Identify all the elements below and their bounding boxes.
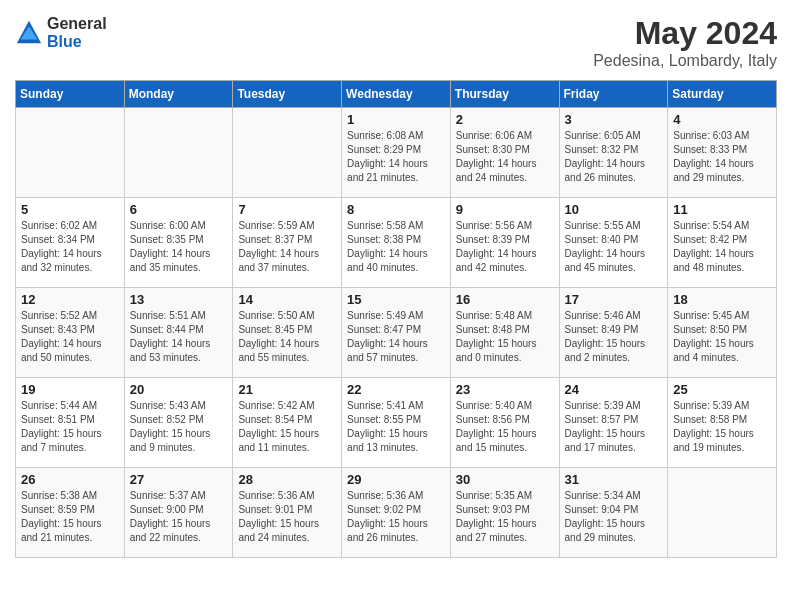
day-number: 23	[456, 382, 554, 397]
calendar-day-header: Thursday	[450, 81, 559, 108]
title-block: May 2024 Pedesina, Lombardy, Italy	[593, 15, 777, 70]
day-number: 29	[347, 472, 445, 487]
calendar-cell: 1Sunrise: 6:08 AM Sunset: 8:29 PM Daylig…	[342, 108, 451, 198]
location: Pedesina, Lombardy, Italy	[593, 52, 777, 70]
calendar-week-row: 5Sunrise: 6:02 AM Sunset: 8:34 PM Daylig…	[16, 198, 777, 288]
calendar-week-row: 1Sunrise: 6:08 AM Sunset: 8:29 PM Daylig…	[16, 108, 777, 198]
day-info: Sunrise: 5:36 AM Sunset: 9:01 PM Dayligh…	[238, 489, 336, 545]
day-number: 20	[130, 382, 228, 397]
calendar-cell: 31Sunrise: 5:34 AM Sunset: 9:04 PM Dayli…	[559, 468, 668, 558]
day-info: Sunrise: 5:34 AM Sunset: 9:04 PM Dayligh…	[565, 489, 663, 545]
day-number: 9	[456, 202, 554, 217]
calendar-cell: 16Sunrise: 5:48 AM Sunset: 8:48 PM Dayli…	[450, 288, 559, 378]
calendar-cell: 10Sunrise: 5:55 AM Sunset: 8:40 PM Dayli…	[559, 198, 668, 288]
calendar-cell: 14Sunrise: 5:50 AM Sunset: 8:45 PM Dayli…	[233, 288, 342, 378]
day-number: 1	[347, 112, 445, 127]
day-number: 17	[565, 292, 663, 307]
day-number: 6	[130, 202, 228, 217]
calendar-header-row: SundayMondayTuesdayWednesdayThursdayFrid…	[16, 81, 777, 108]
day-info: Sunrise: 5:36 AM Sunset: 9:02 PM Dayligh…	[347, 489, 445, 545]
day-info: Sunrise: 5:38 AM Sunset: 8:59 PM Dayligh…	[21, 489, 119, 545]
day-number: 10	[565, 202, 663, 217]
day-number: 16	[456, 292, 554, 307]
calendar-cell: 7Sunrise: 5:59 AM Sunset: 8:37 PM Daylig…	[233, 198, 342, 288]
day-info: Sunrise: 5:54 AM Sunset: 8:42 PM Dayligh…	[673, 219, 771, 275]
calendar-day-header: Saturday	[668, 81, 777, 108]
day-number: 13	[130, 292, 228, 307]
day-info: Sunrise: 5:40 AM Sunset: 8:56 PM Dayligh…	[456, 399, 554, 455]
day-number: 5	[21, 202, 119, 217]
calendar-cell: 18Sunrise: 5:45 AM Sunset: 8:50 PM Dayli…	[668, 288, 777, 378]
calendar-day-header: Tuesday	[233, 81, 342, 108]
calendar-week-row: 12Sunrise: 5:52 AM Sunset: 8:43 PM Dayli…	[16, 288, 777, 378]
logo-blue-text: Blue	[47, 33, 107, 51]
day-info: Sunrise: 5:49 AM Sunset: 8:47 PM Dayligh…	[347, 309, 445, 365]
calendar-day-header: Monday	[124, 81, 233, 108]
day-info: Sunrise: 5:45 AM Sunset: 8:50 PM Dayligh…	[673, 309, 771, 365]
day-info: Sunrise: 6:08 AM Sunset: 8:29 PM Dayligh…	[347, 129, 445, 185]
calendar-cell: 21Sunrise: 5:42 AM Sunset: 8:54 PM Dayli…	[233, 378, 342, 468]
day-number: 30	[456, 472, 554, 487]
calendar-week-row: 26Sunrise: 5:38 AM Sunset: 8:59 PM Dayli…	[16, 468, 777, 558]
calendar-cell: 25Sunrise: 5:39 AM Sunset: 8:58 PM Dayli…	[668, 378, 777, 468]
day-info: Sunrise: 5:44 AM Sunset: 8:51 PM Dayligh…	[21, 399, 119, 455]
day-info: Sunrise: 5:50 AM Sunset: 8:45 PM Dayligh…	[238, 309, 336, 365]
calendar-cell: 20Sunrise: 5:43 AM Sunset: 8:52 PM Dayli…	[124, 378, 233, 468]
day-number: 22	[347, 382, 445, 397]
calendar-cell	[233, 108, 342, 198]
calendar-day-header: Friday	[559, 81, 668, 108]
calendar-cell: 11Sunrise: 5:54 AM Sunset: 8:42 PM Dayli…	[668, 198, 777, 288]
day-info: Sunrise: 5:51 AM Sunset: 8:44 PM Dayligh…	[130, 309, 228, 365]
calendar-day-header: Wednesday	[342, 81, 451, 108]
day-number: 14	[238, 292, 336, 307]
day-number: 24	[565, 382, 663, 397]
calendar-cell: 27Sunrise: 5:37 AM Sunset: 9:00 PM Dayli…	[124, 468, 233, 558]
day-info: Sunrise: 5:35 AM Sunset: 9:03 PM Dayligh…	[456, 489, 554, 545]
day-number: 26	[21, 472, 119, 487]
calendar-cell: 24Sunrise: 5:39 AM Sunset: 8:57 PM Dayli…	[559, 378, 668, 468]
day-info: Sunrise: 6:06 AM Sunset: 8:30 PM Dayligh…	[456, 129, 554, 185]
day-number: 12	[21, 292, 119, 307]
calendar-cell: 19Sunrise: 5:44 AM Sunset: 8:51 PM Dayli…	[16, 378, 125, 468]
day-number: 28	[238, 472, 336, 487]
calendar-cell: 22Sunrise: 5:41 AM Sunset: 8:55 PM Dayli…	[342, 378, 451, 468]
calendar-cell: 8Sunrise: 5:58 AM Sunset: 8:38 PM Daylig…	[342, 198, 451, 288]
day-info: Sunrise: 6:03 AM Sunset: 8:33 PM Dayligh…	[673, 129, 771, 185]
day-info: Sunrise: 5:39 AM Sunset: 8:57 PM Dayligh…	[565, 399, 663, 455]
calendar-cell: 4Sunrise: 6:03 AM Sunset: 8:33 PM Daylig…	[668, 108, 777, 198]
calendar-cell: 9Sunrise: 5:56 AM Sunset: 8:39 PM Daylig…	[450, 198, 559, 288]
day-info: Sunrise: 5:59 AM Sunset: 8:37 PM Dayligh…	[238, 219, 336, 275]
day-number: 2	[456, 112, 554, 127]
calendar-cell: 26Sunrise: 5:38 AM Sunset: 8:59 PM Dayli…	[16, 468, 125, 558]
logo-text: General Blue	[47, 15, 107, 50]
day-number: 11	[673, 202, 771, 217]
calendar-body: 1Sunrise: 6:08 AM Sunset: 8:29 PM Daylig…	[16, 108, 777, 558]
calendar-week-row: 19Sunrise: 5:44 AM Sunset: 8:51 PM Dayli…	[16, 378, 777, 468]
calendar-cell: 3Sunrise: 6:05 AM Sunset: 8:32 PM Daylig…	[559, 108, 668, 198]
calendar-cell: 17Sunrise: 5:46 AM Sunset: 8:49 PM Dayli…	[559, 288, 668, 378]
day-info: Sunrise: 5:58 AM Sunset: 8:38 PM Dayligh…	[347, 219, 445, 275]
day-number: 21	[238, 382, 336, 397]
day-info: Sunrise: 5:41 AM Sunset: 8:55 PM Dayligh…	[347, 399, 445, 455]
day-number: 4	[673, 112, 771, 127]
day-number: 18	[673, 292, 771, 307]
day-number: 25	[673, 382, 771, 397]
day-info: Sunrise: 6:05 AM Sunset: 8:32 PM Dayligh…	[565, 129, 663, 185]
day-info: Sunrise: 5:52 AM Sunset: 8:43 PM Dayligh…	[21, 309, 119, 365]
day-info: Sunrise: 5:39 AM Sunset: 8:58 PM Dayligh…	[673, 399, 771, 455]
day-info: Sunrise: 5:43 AM Sunset: 8:52 PM Dayligh…	[130, 399, 228, 455]
logo: General Blue	[15, 15, 107, 50]
calendar-table: SundayMondayTuesdayWednesdayThursdayFrid…	[15, 80, 777, 558]
day-info: Sunrise: 5:37 AM Sunset: 9:00 PM Dayligh…	[130, 489, 228, 545]
calendar-cell: 30Sunrise: 5:35 AM Sunset: 9:03 PM Dayli…	[450, 468, 559, 558]
calendar-cell	[16, 108, 125, 198]
calendar-cell: 28Sunrise: 5:36 AM Sunset: 9:01 PM Dayli…	[233, 468, 342, 558]
day-info: Sunrise: 6:00 AM Sunset: 8:35 PM Dayligh…	[130, 219, 228, 275]
day-number: 19	[21, 382, 119, 397]
day-number: 15	[347, 292, 445, 307]
day-info: Sunrise: 5:55 AM Sunset: 8:40 PM Dayligh…	[565, 219, 663, 275]
calendar-cell: 15Sunrise: 5:49 AM Sunset: 8:47 PM Dayli…	[342, 288, 451, 378]
page-header: General Blue May 2024 Pedesina, Lombardy…	[15, 15, 777, 70]
day-info: Sunrise: 5:42 AM Sunset: 8:54 PM Dayligh…	[238, 399, 336, 455]
day-number: 8	[347, 202, 445, 217]
